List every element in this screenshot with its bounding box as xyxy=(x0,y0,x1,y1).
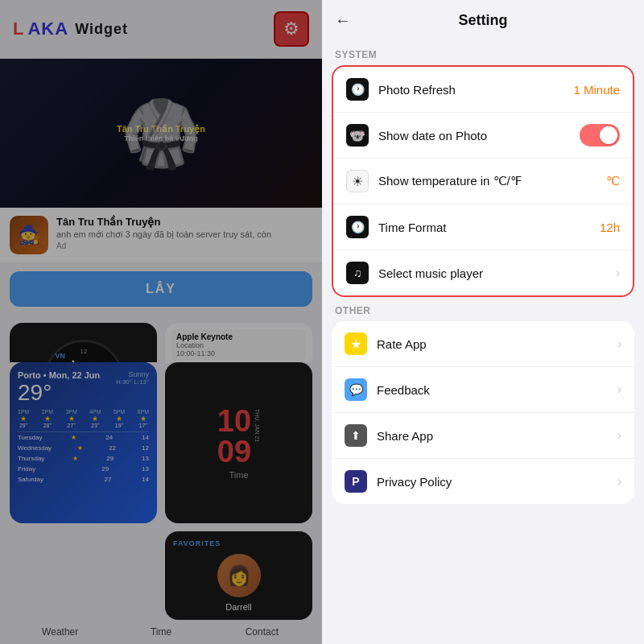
ad-desc: anh em mới chơi 3 ngày đã bị toàn server… xyxy=(56,229,312,240)
time-format-value: 12h xyxy=(600,221,620,234)
contact-widget[interactable]: FAVORITES 👩 Darrell xyxy=(165,531,312,620)
rate-app-label: Rate App xyxy=(377,337,617,351)
calendar-widget[interactable]: Apple Keynote Location 10:00-11:30 Apple… xyxy=(165,323,312,362)
rate-app-row[interactable]: ★ Rate App › xyxy=(332,321,634,367)
system-settings-card: 🕐 Photo Refresh 1 Minute 🐨 Show date on … xyxy=(332,65,634,297)
photo-refresh-row[interactable]: 🕐 Photo Refresh 1 Minute xyxy=(333,67,633,113)
weather-friday: Friday2913 xyxy=(18,464,149,474)
contact-name: Darrell xyxy=(173,602,304,612)
share-app-chevron: › xyxy=(617,428,621,443)
cal-event-1-loc: Location xyxy=(176,341,301,349)
time-widget[interactable]: 10 09 THU, JAN 21 Time xyxy=(165,362,312,523)
ad-text: Tân Tru Thần Truyện anh em mới chơi 3 ng… xyxy=(56,216,312,250)
svg-text:12: 12 xyxy=(80,348,87,355)
weather-widget[interactable]: Porto • Mon, 22 Jun 29° Sunny H:30° L:13… xyxy=(10,362,157,523)
bottom-widget-row: Porto • Mon, 22 Jun 29° Sunny H:30° L:13… xyxy=(0,362,322,623)
weather-rows: Tuesday★2414 Wednesday★2212 Thursday★291… xyxy=(18,431,149,485)
left-panel: LAKA Widget ⚙ 🥋 Tân Tru Thần Truyện Thiê… xyxy=(0,0,322,644)
left-header: LAKA Widget ⚙ xyxy=(0,0,322,59)
ad-image: 🧙 xyxy=(10,216,48,254)
rate-app-icon: ★ xyxy=(345,332,367,355)
privacy-policy-chevron: › xyxy=(617,474,621,489)
weather-temp: 29° xyxy=(18,380,100,406)
show-date-toggle[interactable] xyxy=(580,124,620,147)
label-time: Time xyxy=(110,626,211,638)
temperature-row[interactable]: ☀ Show temperature in ℃/℉ ℃ xyxy=(333,159,633,204)
show-date-icon: 🐨 xyxy=(346,124,369,147)
back-button[interactable]: ← xyxy=(335,11,351,30)
rate-app-chevron: › xyxy=(617,336,621,351)
photo-refresh-value: 1 Minute xyxy=(573,83,620,97)
ad-title: Tân Tru Thần Truyện xyxy=(56,216,312,228)
temperature-label: Show temperature in ℃/℉ xyxy=(378,174,606,188)
cal-event-1-time: 10:00-11:30 xyxy=(176,349,301,357)
weather-1pm: 1PM ★ 29° xyxy=(18,409,29,428)
music-player-icon: ♫ xyxy=(346,262,369,284)
weather-wednesday: Wednesday★2212 xyxy=(18,443,149,453)
temperature-icon: ☀ xyxy=(346,170,369,192)
lay-label: LÂY xyxy=(146,282,176,296)
time-display: 10 09 THU, JAN 21 xyxy=(217,406,260,467)
cal-event-1: Apple Keynote Location 10:00-11:30 xyxy=(171,329,306,361)
weather-thursday: Thursday★2913 xyxy=(18,453,149,464)
feedback-label: Feedback xyxy=(377,383,617,397)
photo-refresh-icon: 🕐 xyxy=(346,78,369,101)
privacy-policy-icon: P xyxy=(345,470,367,493)
music-player-chevron: › xyxy=(616,266,620,280)
feedback-icon: 💬 xyxy=(345,378,367,401)
contact-avatar: 👩 xyxy=(217,554,261,597)
privacy-policy-label: Privacy Policy xyxy=(377,475,617,489)
weather-4pm: 4PM ★ 23° xyxy=(89,409,101,428)
time-format-icon: 🕐 xyxy=(346,216,369,238)
feedback-chevron: › xyxy=(617,382,621,397)
weather-tuesday: Tuesday★2414 xyxy=(18,432,149,443)
right-header: ← Setting xyxy=(322,0,644,41)
clock-numbers: 12 3 6 9 xyxy=(46,342,126,362)
logo-aka: AKA xyxy=(27,19,68,39)
app-logo: LAKA Widget xyxy=(13,19,128,39)
widget-grid: VN 12 3 6 9 Clock Apple Keynote Location… xyxy=(0,315,322,362)
gear-button[interactable]: ⚙ xyxy=(274,11,309,47)
clock-face: VN 12 3 6 9 xyxy=(43,340,124,362)
music-player-label: Select music player xyxy=(378,266,616,280)
share-app-icon: ⬆ xyxy=(345,424,367,447)
privacy-policy-row[interactable]: P Privacy Policy › xyxy=(332,459,634,504)
weather-right: Sunny H:30° L:13° xyxy=(116,370,149,386)
logo-widget: Widget xyxy=(75,21,128,38)
share-app-label: Share App xyxy=(377,429,617,443)
logo-l: L xyxy=(13,19,24,39)
time-numbers: 10 09 xyxy=(217,406,251,467)
cal-event-1-title: Apple Keynote xyxy=(176,332,301,341)
music-player-row[interactable]: ♫ Select music player › xyxy=(333,250,633,295)
time-date-vertical: THU, JAN 21 xyxy=(254,409,260,442)
weather-5pm: 5PM ★ 19° xyxy=(114,409,125,428)
lay-button[interactable]: LÂY xyxy=(10,271,312,307)
show-date-label: Show date on Photo xyxy=(378,129,580,142)
weather-top: Porto • Mon, 22 Jun 29° Sunny H:30° L:13… xyxy=(18,370,149,406)
weather-city: Porto • Mon, 22 Jun xyxy=(18,370,100,380)
share-app-row[interactable]: ⬆ Share App › xyxy=(332,413,634,459)
ad-card[interactable]: 🧙 Tân Tru Thần Truyện anh em mới chơi 3 … xyxy=(0,208,322,263)
weather-condition: Sunny xyxy=(116,370,149,378)
right-col-widgets: 10 09 THU, JAN 21 Time FAVORITES 👩 Darre… xyxy=(165,362,312,620)
weather-saturday: Saturday2714 xyxy=(18,474,149,485)
other-section-label: OTHER xyxy=(322,297,644,321)
weather-3pm: 3PM ★ 27° xyxy=(65,409,76,428)
label-weather: Weather xyxy=(10,626,110,638)
feedback-row[interactable]: 💬 Feedback › xyxy=(332,367,634,413)
promo-image: 🥋 Tân Tru Thần Truyện Thiên thiên bá vươ… xyxy=(0,59,322,208)
show-date-row[interactable]: 🐨 Show date on Photo xyxy=(333,113,633,159)
weather-6pm: 6PM ★ 17° xyxy=(138,409,149,428)
time-format-row[interactable]: 🕐 Time Format 12h xyxy=(333,204,633,250)
page-title: Setting xyxy=(459,12,508,29)
photo-refresh-label: Photo Refresh xyxy=(378,83,573,97)
clock-widget[interactable]: VN 12 3 6 9 Clock xyxy=(10,323,157,362)
system-section-label: SYSTEM xyxy=(322,41,644,65)
weather-hilo: H:30° L:13° xyxy=(116,378,149,386)
right-panel: ← Setting SYSTEM 🕐 Photo Refresh 1 Minut… xyxy=(322,0,644,644)
weather-2pm: 2PM ★ 28° xyxy=(42,409,53,428)
temperature-value: ℃ xyxy=(606,174,620,188)
gear-icon: ⚙ xyxy=(283,19,299,39)
promo-figure: 🥋 xyxy=(121,96,201,171)
other-settings-card: ★ Rate App › 💬 Feedback › ⬆ Share App › … xyxy=(332,321,634,504)
